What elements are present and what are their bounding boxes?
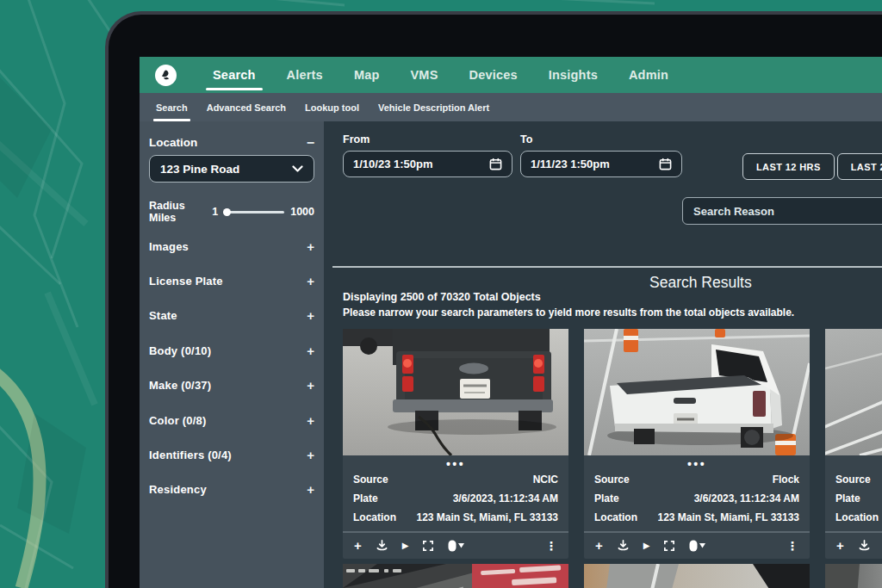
- play-icon[interactable]: ▶: [643, 541, 650, 550]
- nav-tabs: Search Alerts Map VMS Devices Insights A…: [197, 57, 684, 93]
- laptop-bezel-inner: Search Alerts Map VMS Devices Insights A…: [109, 15, 882, 588]
- filter-row-state[interactable]: State+: [149, 299, 314, 333]
- quick-range-label: LAST 24 HRS: [851, 162, 882, 172]
- expand-plus-icon[interactable]: +: [307, 308, 314, 323]
- filter-label: State: [149, 309, 177, 322]
- filter-row-identifiers[interactable]: Identifiers (0/4)+: [149, 437, 314, 472]
- card-action-bar: + ▶ ⋮: [825, 533, 882, 559]
- source-label: Source: [594, 470, 630, 489]
- nav-tab-alerts[interactable]: Alerts: [271, 57, 339, 93]
- result-card[interactable]: ••• Source Plate Location + ▶: [825, 329, 882, 559]
- source-label: Source: [835, 470, 871, 489]
- results-count-text: Displaying 2500 of 70320 Total Objects: [343, 291, 541, 303]
- filter-row-body[interactable]: Body (0/10)+: [149, 333, 314, 368]
- filter-label: Images: [149, 240, 189, 253]
- vehicle-photo[interactable]: [343, 564, 568, 588]
- radius-slider-thumb[interactable]: [223, 208, 231, 216]
- expand-plus-icon[interactable]: +: [307, 274, 314, 288]
- filter-label: Body (0/10): [149, 344, 211, 357]
- location-value: 123 Main St, Miami, FL 33133: [416, 508, 558, 527]
- filter-row-color[interactable]: Color (0/8)+: [149, 403, 314, 437]
- filter-label: Identifiers (0/4): [149, 449, 232, 461]
- filter-row-make[interactable]: Make (0/37)+: [149, 368, 314, 403]
- subnav-item-lookup-tool[interactable]: Lookup tool: [295, 93, 369, 121]
- mouse-actions-dropdown-icon[interactable]: [448, 540, 464, 552]
- image-pagination-dots[interactable]: •••: [343, 459, 568, 470]
- radius-control: Radius Miles 1 1000: [149, 200, 314, 224]
- location-label: Location: [594, 508, 637, 527]
- add-to-case-icon[interactable]: +: [595, 540, 603, 552]
- radius-slider[interactable]: [224, 208, 284, 216]
- filter-row-license-plate[interactable]: License Plate+: [149, 263, 314, 298]
- kebab-menu-icon[interactable]: ⋮: [786, 539, 798, 553]
- subnav-item-search[interactable]: Search: [146, 93, 197, 121]
- kebab-menu-icon[interactable]: ⋮: [545, 539, 557, 553]
- image-pagination-dots[interactable]: •••: [825, 459, 882, 470]
- from-date-input[interactable]: 1/10/23 1:50pm: [343, 151, 512, 177]
- play-icon[interactable]: ▶: [402, 541, 409, 550]
- nav-tab-label: Admin: [629, 68, 668, 82]
- expand-plus-icon[interactable]: +: [307, 344, 314, 358]
- vehicle-photo[interactable]: [584, 329, 810, 455]
- add-to-case-icon[interactable]: +: [836, 540, 844, 552]
- vehicle-photo[interactable]: [825, 329, 882, 455]
- expand-plus-icon[interactable]: +: [307, 378, 314, 393]
- add-to-case-icon[interactable]: +: [354, 540, 362, 552]
- last-24-hrs-button[interactable]: LAST 24 HRS: [837, 153, 882, 180]
- nav-tab-devices[interactable]: Devices: [454, 57, 533, 93]
- flock-logo-icon[interactable]: [155, 65, 177, 86]
- calendar-icon[interactable]: [659, 158, 672, 170]
- nav-tab-vms[interactable]: VMS: [395, 57, 454, 93]
- result-card[interactable]: ••• SourceFlock Plate3/6/2023, 11:12:34 …: [584, 329, 810, 559]
- download-icon[interactable]: [859, 540, 870, 551]
- vehicle-photo[interactable]: [825, 564, 882, 588]
- filter-row-images[interactable]: Images+: [149, 229, 314, 263]
- main-panel: From 1/10/23 1:50pm To 1/11/23 1:50pm LA…: [324, 121, 882, 588]
- vehicle-photo[interactable]: [343, 329, 568, 455]
- search-reason-input[interactable]: [682, 197, 882, 225]
- result-card[interactable]: [825, 564, 882, 588]
- expand-plus-icon[interactable]: +: [307, 413, 314, 428]
- calendar-icon[interactable]: [489, 158, 502, 170]
- nav-tab-map[interactable]: Map: [339, 57, 395, 93]
- top-nav: Search Alerts Map VMS Devices Insights A…: [140, 57, 882, 93]
- collapse-minus-icon[interactable]: −: [307, 139, 314, 147]
- last-12-hrs-button[interactable]: LAST 12 HRS: [742, 153, 835, 180]
- expand-icon[interactable]: [664, 541, 674, 551]
- location-select[interactable]: 123 Pine Road: [149, 155, 314, 183]
- subnav-label: Advanced Search: [207, 102, 286, 113]
- image-pagination-dots[interactable]: •••: [584, 459, 810, 470]
- plate-value: 3/6/2023, 11:12:34 AM: [694, 489, 799, 508]
- result-card[interactable]: [343, 564, 568, 588]
- card-metadata: SourceNCIC Plate3/6/2023, 11:12:34 AM Lo…: [343, 470, 568, 531]
- results-title: Search Results: [649, 274, 752, 292]
- mouse-actions-dropdown-icon[interactable]: [689, 540, 705, 552]
- nav-tab-admin[interactable]: Admin: [613, 57, 684, 93]
- to-date-input[interactable]: 1/11/23 1:50pm: [520, 151, 682, 177]
- expand-plus-icon[interactable]: +: [307, 482, 314, 497]
- nav-tab-search[interactable]: Search: [197, 57, 271, 93]
- card-metadata: SourceFlock Plate3/6/2023, 11:12:34 AM L…: [584, 470, 810, 531]
- expand-plus-icon[interactable]: +: [307, 239, 314, 254]
- radius-label: Radius Miles: [149, 200, 206, 224]
- nav-tab-insights[interactable]: Insights: [533, 57, 613, 93]
- results-row-2: [343, 564, 882, 588]
- plate-label: Plate: [835, 489, 860, 508]
- plate-label: Plate: [353, 489, 378, 508]
- expand-plus-icon[interactable]: +: [307, 448, 314, 462]
- download-icon[interactable]: [376, 540, 388, 551]
- filter-row-residency[interactable]: Residency+: [149, 473, 314, 507]
- nav-tab-label: Insights: [549, 68, 598, 82]
- result-card[interactable]: [584, 564, 810, 588]
- vehicle-photo[interactable]: [584, 564, 810, 588]
- card-metadata: Source Plate Location: [825, 470, 882, 531]
- expand-icon[interactable]: [423, 541, 433, 551]
- result-card[interactable]: ••• SourceNCIC Plate3/6/2023, 11:12:34 A…: [343, 329, 568, 559]
- download-icon[interactable]: [618, 540, 629, 551]
- subnav-label: Search: [156, 102, 188, 113]
- from-label: From: [343, 133, 512, 145]
- app-screen: Search Alerts Map VMS Devices Insights A…: [140, 57, 882, 588]
- subnav-item-vehicle-description-alert[interactable]: Vehicle Description Alert: [369, 93, 499, 121]
- subnav-item-advanced-search[interactable]: Advanced Search: [197, 93, 295, 121]
- location-label: Location: [149, 136, 197, 149]
